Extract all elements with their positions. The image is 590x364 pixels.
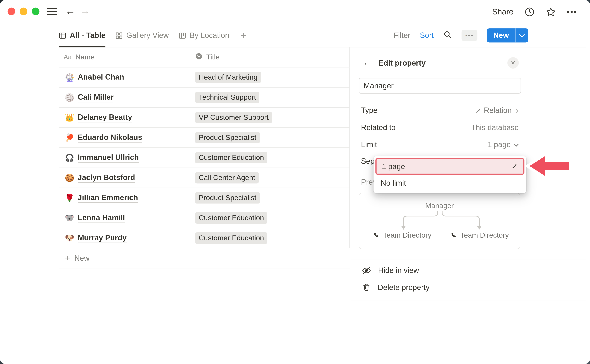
screen: ← → Share ••• All - Table <box>0 0 590 364</box>
property-related-to-row[interactable]: Related to This database <box>361 121 519 134</box>
relation-preview-card: Manager Team Directory <box>359 193 520 249</box>
view-settings-button[interactable]: ••• <box>461 30 477 41</box>
property-row-label: Related to <box>361 123 396 132</box>
page-emoji: 🎡 <box>65 73 74 82</box>
view-toolbar: All - Table Gallery View By Location + <box>0 24 590 47</box>
new-button-label[interactable]: New <box>487 28 515 42</box>
filter-button[interactable]: Filter <box>393 31 410 40</box>
back-button[interactable]: ← <box>65 5 75 17</box>
title-tag[interactable]: Customer Education <box>195 152 267 163</box>
property-type-row[interactable]: Type ↗ Relation › <box>361 104 519 117</box>
view-actions: Filter Sort ••• New <box>393 24 528 47</box>
table-row[interactable]: 🏓Eduardo Nikolaus Product Specialist <box>59 128 350 148</box>
page-emoji: 🐨 <box>65 213 74 222</box>
title-tag[interactable]: Call Center Agent <box>195 172 259 183</box>
page-name-link[interactable]: Immanuel Ullrich <box>78 153 139 162</box>
close-window-button[interactable] <box>7 7 15 15</box>
table-row[interactable]: 🌹Jillian Emmerich Product Specialist <box>59 188 350 208</box>
table-row[interactable]: 🎧Immanuel Ullrich Customer Education <box>59 148 350 168</box>
sort-button[interactable]: Sort <box>420 31 434 40</box>
tab-by-location[interactable]: By Location <box>178 24 229 47</box>
favorite-star-icon[interactable] <box>546 6 556 17</box>
tab-gallery-view[interactable]: Gallery View <box>115 24 169 47</box>
page-emoji: 🎧 <box>65 153 74 162</box>
page-emoji: 👑 <box>65 113 74 122</box>
panel-section-divider <box>351 260 586 260</box>
gallery-view-icon <box>115 32 123 39</box>
column-header-label: Title <box>206 53 220 61</box>
table-view-icon <box>59 32 66 39</box>
text-property-icon: Aa <box>64 53 72 61</box>
panel-back-button[interactable]: ← <box>362 57 372 68</box>
property-row-label: Limit <box>361 140 377 149</box>
share-button[interactable]: Share <box>492 7 513 16</box>
table-row[interactable]: 🐶Murray Purdy Customer Education <box>59 228 350 248</box>
title-tag[interactable]: Technical Support <box>195 92 259 103</box>
table-row[interactable]: 🍪Jaclyn Botsford Call Center Agent <box>59 168 350 188</box>
property-row-value: 1 page <box>487 140 519 149</box>
page-name-link[interactable]: Cali Miller <box>78 93 113 102</box>
dropdown-option-no-limit[interactable]: No limit <box>375 175 524 192</box>
panel-title: Edit property <box>378 59 426 68</box>
page-name-link[interactable]: Delaney Beatty <box>78 113 132 122</box>
property-row-value: ↗ Relation › <box>475 106 519 115</box>
updates-clock-icon[interactable] <box>524 6 535 17</box>
search-icon[interactable] <box>443 30 452 40</box>
new-dropdown-chevron-icon[interactable] <box>516 28 528 42</box>
preview-child-page: Team Directory <box>373 231 432 240</box>
property-name-input[interactable] <box>359 78 521 94</box>
page-name-link[interactable]: Eduardo Nikolaus <box>78 133 142 142</box>
hide-in-view-button[interactable]: Hide in view <box>362 262 419 279</box>
zoom-window-button[interactable] <box>32 7 39 15</box>
tab-all-table[interactable]: All - Table <box>59 24 105 47</box>
property-row-label: Type <box>361 106 378 115</box>
database-table: Aa Name Title 🎡Anabel Chan Head of Marke… <box>59 47 350 268</box>
board-view-icon <box>178 32 186 39</box>
property-limit-row[interactable]: Limit 1 page <box>361 138 519 151</box>
title-tag[interactable]: Product Specialist <box>195 132 260 143</box>
tab-label: By Location <box>190 31 229 40</box>
panel-section-divider <box>351 301 586 301</box>
dropdown-option-1-page[interactable]: 1 page ✓ <box>375 158 524 175</box>
title-tag[interactable]: Customer Education <box>195 232 267 244</box>
title-tag[interactable]: VP Customer Support <box>195 112 272 123</box>
title-tag[interactable]: Customer Education <box>195 212 267 224</box>
title-tag[interactable]: Product Specialist <box>195 192 260 203</box>
delete-property-button[interactable]: Delete property <box>362 279 429 296</box>
sidebar-toggle-icon[interactable] <box>47 8 57 15</box>
page-name-link[interactable]: Murray Purdy <box>78 233 127 243</box>
phone-icon <box>450 232 457 239</box>
panel-close-button[interactable]: ✕ <box>507 57 519 69</box>
dropdown-option-label: No limit <box>381 179 406 188</box>
new-row-button[interactable]: + New <box>59 248 350 268</box>
table-row[interactable]: 🏐Cali Miller Technical Support <box>59 88 350 108</box>
title-tag[interactable]: Head of Marketing <box>195 72 261 83</box>
page-name-link[interactable]: Lenna Hamill <box>78 213 125 223</box>
table-row[interactable]: 👑Delaney Beatty VP Customer Support <box>59 108 350 128</box>
preview-connector-lines <box>359 210 521 231</box>
separate-row-label-clipped: Sep <box>361 157 374 166</box>
chevron-down-icon <box>513 140 519 149</box>
tab-label: All - Table <box>70 31 105 40</box>
minimize-window-button[interactable] <box>20 7 27 15</box>
edit-property-panel: ← Edit property ✕ Type ↗ Relation › Rela… <box>351 47 590 364</box>
delete-property-label: Delete property <box>378 283 429 292</box>
table-row[interactable]: 🐨Lenna Hamill Customer Education <box>59 208 350 228</box>
tab-label: Gallery View <box>126 31 169 40</box>
titlebar: ← → Share ••• <box>0 0 590 24</box>
chevron-right-icon: › <box>516 107 519 114</box>
preview-child-label: Team Directory <box>383 231 432 240</box>
page-name-link[interactable]: Anabel Chan <box>78 73 124 82</box>
forward-button[interactable]: → <box>80 5 90 17</box>
page-name-link[interactable]: Jillian Emmerich <box>78 193 138 202</box>
relation-arrow-icon: ↗ <box>475 106 481 115</box>
add-view-button[interactable]: + <box>239 24 248 47</box>
more-options-icon[interactable]: ••• <box>567 7 577 16</box>
column-header-title[interactable]: Title <box>190 47 349 67</box>
column-header-name[interactable]: Aa Name <box>59 47 190 67</box>
table-row[interactable]: 🎡Anabel Chan Head of Marketing <box>59 67 350 88</box>
page-name-link[interactable]: Jaclyn Botsford <box>78 173 135 183</box>
new-button[interactable]: New <box>487 28 528 42</box>
preview-parent-label: Manager <box>359 202 520 210</box>
traffic-lights <box>7 7 39 15</box>
